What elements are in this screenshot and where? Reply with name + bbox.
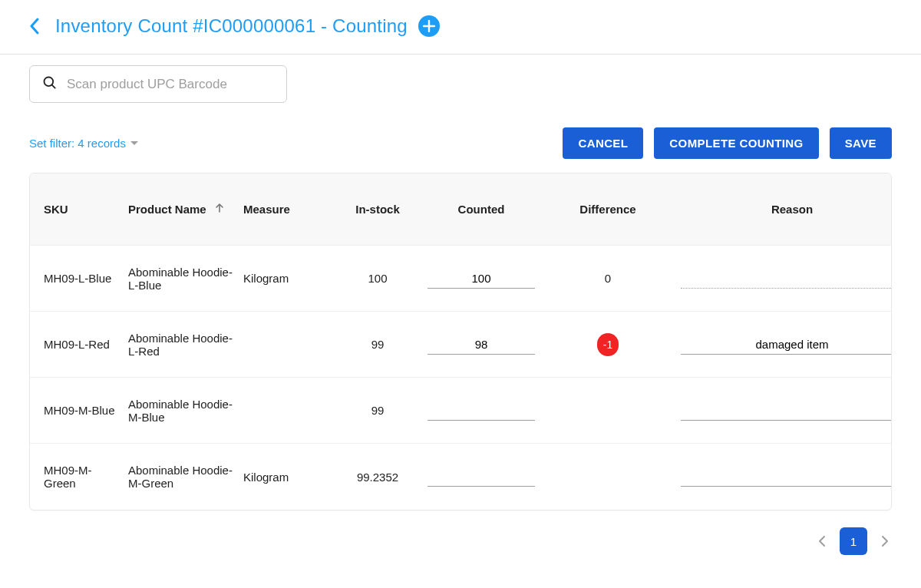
filter-label: Set filter: 4 records — [29, 137, 126, 150]
next-page[interactable] — [881, 535, 889, 547]
reason-input[interactable] — [681, 467, 892, 487]
pagination: 1 — [29, 527, 892, 555]
reason-input[interactable] — [681, 401, 892, 421]
cell-measure: Kilogram — [243, 272, 335, 285]
complete-counting-button[interactable]: COMPLETE COUNTING — [654, 127, 818, 159]
difference-badge: -1 — [597, 333, 619, 356]
save-button[interactable]: SAVE — [830, 127, 892, 159]
page-header: Inventory Count #IC000000061 - Counting — [0, 0, 921, 55]
cell-sku: MH09-L-Red — [44, 338, 128, 351]
toolbar: Set filter: 4 records CANCEL COMPLETE CO… — [29, 127, 892, 159]
sort-asc-icon — [214, 203, 225, 216]
search-icon — [42, 75, 58, 93]
reason-input[interactable] — [681, 269, 892, 289]
counted-input[interactable] — [427, 467, 535, 487]
cell-name: Abominable Hoodie-M-Green — [128, 464, 243, 490]
cell-sku: MH09-M-Green — [44, 464, 128, 490]
table-row: MH09-M-GreenAbominable Hoodie-M-GreenKil… — [30, 444, 891, 510]
table-row: MH09-M-BlueAbominable Hoodie-M-Blue99 — [30, 378, 891, 444]
reason-input[interactable] — [681, 335, 892, 355]
back-icon[interactable] — [29, 18, 45, 34]
col-in-stock[interactable]: In-stock — [335, 203, 420, 216]
counted-input[interactable] — [427, 401, 535, 421]
cell-name: Abominable Hoodie-M-Blue — [128, 398, 243, 424]
cell-sku: MH09-M-Blue — [44, 404, 128, 417]
col-product-name[interactable]: Product Name — [128, 203, 243, 216]
cell-measure: Kilogram — [243, 471, 335, 484]
counted-input[interactable] — [427, 269, 535, 289]
cell-difference: 0 — [543, 272, 673, 285]
col-reason[interactable]: Reason — [673, 203, 892, 216]
caret-down-icon — [130, 141, 138, 145]
cancel-button[interactable]: CANCEL — [563, 127, 643, 159]
cell-sku: MH09-L-Blue — [44, 272, 128, 285]
col-measure[interactable]: Measure — [243, 203, 335, 216]
table-row: MH09-L-RedAbominable Hoodie-L-Red99-1 — [30, 312, 891, 378]
cell-name: Abominable Hoodie-L-Blue — [128, 266, 243, 292]
inventory-table: SKU Product Name Measure In-stock Counte… — [29, 173, 892, 510]
cell-name: Abominable Hoodie-L-Red — [128, 332, 243, 358]
prev-page[interactable] — [818, 535, 826, 547]
col-counted[interactable]: Counted — [420, 203, 543, 216]
counted-input[interactable] — [427, 335, 535, 355]
col-difference[interactable]: Difference — [543, 203, 673, 216]
table-header: SKU Product Name Measure In-stock Counte… — [30, 173, 891, 246]
difference-value: 0 — [605, 272, 611, 285]
page-title: Inventory Count #IC000000061 - Counting — [55, 15, 408, 37]
cell-difference: -1 — [543, 333, 673, 356]
filter-dropdown[interactable]: Set filter: 4 records — [29, 137, 138, 150]
add-button[interactable] — [418, 15, 440, 37]
barcode-input[interactable] — [65, 76, 274, 93]
cell-in-stock: 99 — [335, 404, 420, 417]
col-name-label: Product Name — [128, 203, 206, 216]
barcode-search[interactable] — [29, 65, 287, 103]
table-row: MH09-L-BlueAbominable Hoodie-L-BlueKilog… — [30, 246, 891, 312]
cell-in-stock: 99 — [335, 338, 420, 351]
current-page[interactable]: 1 — [840, 527, 867, 555]
action-buttons: CANCEL COMPLETE COUNTING SAVE — [563, 127, 892, 159]
cell-in-stock: 100 — [335, 272, 420, 285]
col-sku[interactable]: SKU — [44, 203, 128, 216]
cell-in-stock: 99.2352 — [335, 471, 420, 484]
